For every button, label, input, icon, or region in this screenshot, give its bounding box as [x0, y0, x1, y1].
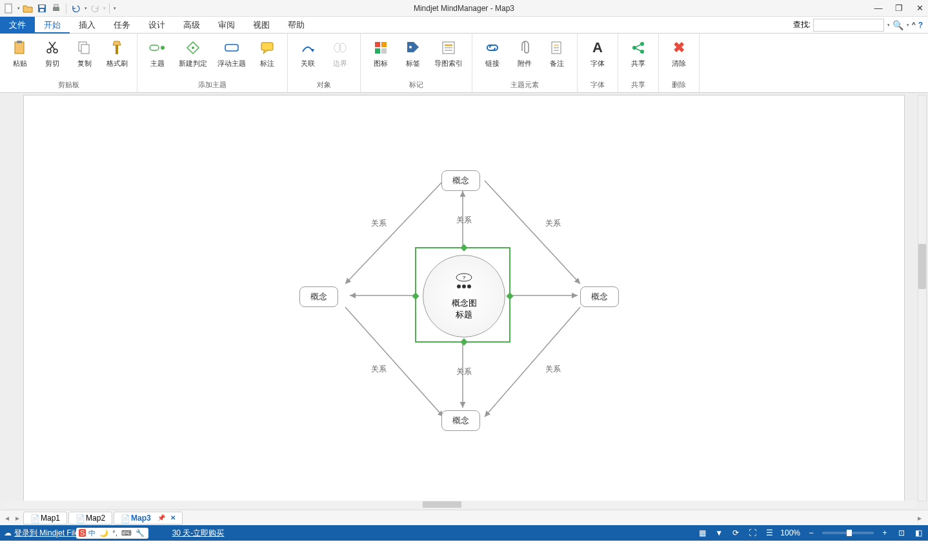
- clear-button[interactable]: ✖清除: [664, 36, 694, 79]
- paste-button[interactable]: 粘贴: [5, 36, 35, 79]
- doc-tab-map3[interactable]: 📄Map3📌✕: [114, 512, 183, 525]
- close-button[interactable]: ✕: [914, 3, 925, 13]
- punct-icon[interactable]: °,: [111, 529, 118, 537]
- minimize-button[interactable]: —: [873, 3, 884, 13]
- fullscreen-icon[interactable]: ⛶: [747, 527, 758, 539]
- help-icon[interactable]: ?: [918, 21, 923, 30]
- concept-node-bottom[interactable]: 概念: [441, 410, 480, 431]
- vertical-scrollbar[interactable]: [918, 95, 927, 501]
- boundary-button[interactable]: 边界: [325, 36, 355, 79]
- print-icon[interactable]: [50, 2, 63, 15]
- doc-tab-map1[interactable]: 📄Map1: [23, 512, 67, 525]
- ime-toolbar[interactable]: S 中 🌙 °, ⌨ 🔧: [76, 528, 148, 539]
- zoom-in-icon[interactable]: +: [879, 527, 891, 539]
- panel-icon[interactable]: ◧: [913, 527, 924, 539]
- tab-file[interactable]: 文件: [0, 17, 35, 34]
- svg-rect-15: [116, 45, 118, 54]
- horizontal-scrollbar[interactable]: [2, 501, 916, 508]
- trial-link[interactable]: 30 天-立即购买: [172, 528, 225, 539]
- maximize-button[interactable]: ❐: [893, 3, 905, 13]
- refresh-icon[interactable]: ⟳: [730, 527, 741, 539]
- outline-icon[interactable]: ☰: [763, 527, 775, 539]
- svg-rect-7: [15, 42, 24, 54]
- tab-help[interactable]: 帮助: [279, 17, 314, 34]
- ime-lang[interactable]: 中: [87, 528, 97, 538]
- tab-insert[interactable]: 插入: [70, 17, 105, 34]
- icon-button[interactable]: 图标: [366, 36, 396, 79]
- relation-label[interactable]: 关系: [371, 218, 387, 229]
- center-topic[interactable]: ? 概念图标题: [415, 247, 510, 343]
- cut-button[interactable]: 剪切: [37, 36, 67, 79]
- tab-task[interactable]: 任务: [105, 17, 139, 34]
- copy-button[interactable]: 复制: [70, 36, 99, 79]
- new-decision-button[interactable]: 新建判定: [175, 36, 211, 79]
- tag-button[interactable]: 标签: [398, 36, 428, 79]
- format-painter-button[interactable]: 格式刷: [102, 36, 132, 79]
- topic-button[interactable]: 主题: [143, 36, 172, 79]
- close-tab-icon[interactable]: ✕: [170, 514, 176, 521]
- save-icon[interactable]: [35, 2, 48, 15]
- fit-icon[interactable]: ⊡: [896, 527, 907, 539]
- svg-rect-24: [375, 42, 380, 47]
- concept-node-left[interactable]: 概念: [299, 286, 338, 307]
- map-index-button[interactable]: 导图索引: [430, 36, 467, 79]
- share-button[interactable]: 共享: [623, 36, 653, 79]
- search-dropdown-icon[interactable]: ▾: [887, 23, 890, 28]
- doc-tab-map2[interactable]: 📄Map2: [68, 512, 112, 525]
- relation-label[interactable]: 关系: [545, 364, 561, 375]
- map-icon: 📄: [76, 514, 83, 522]
- dropdown-icon[interactable]: ▾: [85, 6, 87, 11]
- search-input[interactable]: [813, 19, 884, 32]
- filter-icon[interactable]: ▼: [713, 527, 725, 539]
- canvas[interactable]: 概念 概念 概念 概念 ? 概念图标题 关系 关系 关系 关系 关系 关系: [23, 95, 905, 501]
- keyboard-icon[interactable]: ⌨: [120, 529, 133, 537]
- tab-scroll-right-icon[interactable]: ▸: [13, 514, 22, 523]
- attachment-button[interactable]: 附件: [510, 36, 540, 79]
- tab-start[interactable]: 开始: [35, 17, 70, 34]
- open-folder-icon[interactable]: [21, 2, 34, 15]
- float-topic-button[interactable]: 浮动主题: [214, 36, 250, 79]
- relation-label[interactable]: 关系: [456, 366, 472, 377]
- collapse-ribbon-icon[interactable]: ^: [912, 21, 916, 30]
- cloud-login-icon[interactable]: ☁: [4, 528, 12, 537]
- group-delete: ✖清除 删除: [659, 34, 700, 92]
- note-button[interactable]: 备注: [542, 36, 572, 79]
- group-elements: 链接 附件 备注 主题元素: [472, 34, 578, 92]
- tab-advanced[interactable]: 高级: [174, 17, 209, 34]
- relation-label[interactable]: 关系: [456, 215, 472, 226]
- zoom-slider[interactable]: [822, 532, 874, 534]
- zoom-level[interactable]: 100%: [780, 528, 800, 537]
- ribbon: 粘贴 剪切 复制 格式刷 剪贴板 主题 新建判定 浮动主题 标注 添加主题 关联…: [0, 34, 928, 93]
- dropdown-icon[interactable]: ▾: [103, 6, 106, 11]
- tab-design[interactable]: 设计: [139, 17, 174, 34]
- tab-scroll-left-icon[interactable]: ◂: [3, 514, 12, 523]
- tab-scroll-right-end-icon[interactable]: ▸: [914, 514, 925, 523]
- moon-icon[interactable]: 🌙: [98, 529, 110, 537]
- sogou-icon[interactable]: S: [79, 529, 86, 537]
- link-button[interactable]: 链接: [478, 36, 507, 79]
- wrench-icon[interactable]: 🔧: [134, 529, 146, 537]
- binoculars-icon[interactable]: 🔍: [893, 20, 903, 30]
- login-link[interactable]: 登录到 Mindjet File: [14, 528, 79, 539]
- dropdown-icon[interactable]: ▾: [17, 6, 20, 11]
- undo-icon[interactable]: [70, 2, 83, 15]
- svg-rect-2: [39, 5, 45, 8]
- concept-node-top[interactable]: 概念: [441, 170, 480, 191]
- new-file-icon[interactable]: [3, 2, 15, 15]
- pin-icon[interactable]: 📌: [157, 514, 165, 521]
- tab-review[interactable]: 审阅: [209, 17, 244, 34]
- relation-button[interactable]: 关联: [293, 36, 323, 79]
- group-object: 关联 边界 对象: [288, 34, 361, 92]
- zoom-out-icon[interactable]: −: [805, 527, 817, 539]
- qat-customize-icon[interactable]: ▾: [114, 6, 116, 11]
- redo-icon[interactable]: [88, 2, 101, 15]
- relation-label[interactable]: 关系: [371, 364, 387, 375]
- relation-label[interactable]: 关系: [545, 218, 561, 229]
- concept-node-right[interactable]: 概念: [580, 286, 619, 307]
- window-title: Mindjet MindManager - Map3: [414, 4, 514, 13]
- tab-view[interactable]: 视图: [244, 17, 279, 34]
- svg-point-17: [161, 46, 165, 50]
- font-button[interactable]: A字体: [583, 36, 612, 79]
- status-view-icon[interactable]: ▦: [696, 527, 708, 539]
- callout-button[interactable]: 标注: [252, 36, 282, 79]
